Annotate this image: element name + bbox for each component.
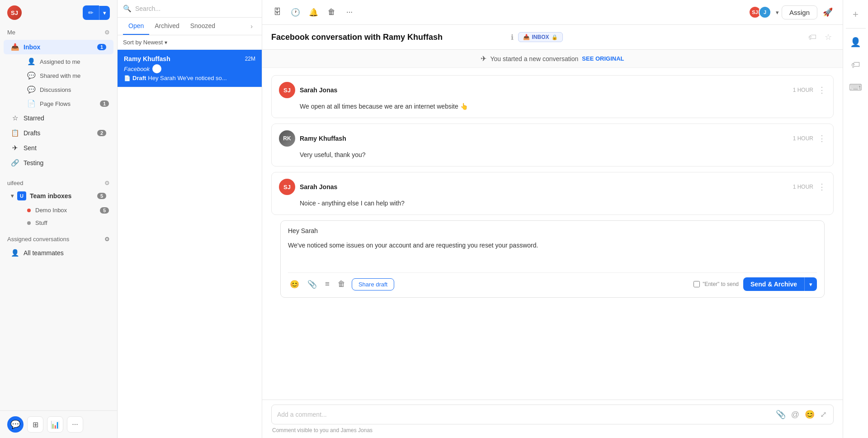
archive-toolbar-button[interactable]: 🗄 (269, 5, 285, 20)
emoji-button[interactable]: 😊 (288, 278, 301, 291)
chevron-down-icon: ▾ (11, 193, 14, 199)
inbox-badge: 📥 INBOX 🔒 (518, 32, 563, 42)
draft-delete-button[interactable]: 🗑 (336, 278, 347, 290)
compose-group: ✏ ▾ (83, 5, 110, 20)
bell-toolbar-button[interactable]: 🔔 (306, 5, 321, 20)
right-keyboard-button[interactable]: ⌨ (847, 78, 865, 96)
conversation-item[interactable]: Ramy Khuffash 22M Facebook 3 📄 Draft Hey… (118, 50, 262, 87)
comment-visibility-note: Comment visible to you and James Jonas (271, 427, 834, 433)
message-body: Noice - anything else I can help with? (279, 199, 826, 208)
teammates-icon: 👤 (11, 249, 19, 257)
assignee-dropdown-icon[interactable]: ▾ (776, 9, 779, 16)
sidebar-item-testing[interactable]: 🔗 Testing (4, 156, 113, 170)
pageflows-icon: 📄 (27, 100, 35, 108)
assigned-icon: 👤 (27, 57, 35, 66)
messages-spacer (271, 309, 834, 392)
signature-button[interactable]: ≡ (323, 278, 331, 290)
message-card: RK Ramy Khuffash 1 HOUR ⋮ Very useful, t… (271, 124, 834, 167)
left-sidebar: SJ ✏ ▾ Me ⚙ 📥 Inbox 1 👤 Assigned to me 💬 (0, 0, 118, 438)
comment-attachment-button[interactable]: 📎 (775, 409, 787, 420)
tab-archived[interactable]: Archived (149, 18, 184, 35)
comment-expand-button[interactable]: ⤢ (819, 409, 828, 420)
main-toolbar: 🗄 🕐 🔔 🗑 ··· SJ J ▾ Assign 🚀 (262, 0, 843, 25)
draft-greeting[interactable]: Hey Sarah (288, 227, 817, 234)
send-archive-chevron[interactable]: ▾ (804, 277, 817, 291)
inbox-subnav: 👤 Assigned to me 💬 Shared with me 💬 Disc… (0, 55, 117, 110)
right-sidebar: + 👤 🏷 ⌨ (843, 0, 868, 438)
right-label-button[interactable]: 🏷 (847, 56, 865, 74)
chat-icon[interactable]: 💬 (7, 416, 24, 433)
compose-icon: ✏ (88, 9, 94, 16)
delete-toolbar-button[interactable]: 🗑 (324, 5, 339, 20)
tag-button[interactable]: 🏷 (807, 31, 818, 44)
shared-icon: 💬 (27, 71, 35, 80)
sidebar-item-shared[interactable]: 💬 Shared with me (23, 69, 113, 82)
tabs-more-arrow[interactable]: › (247, 19, 256, 33)
assigned-conversations-section: Assigned conversations ⚙ (0, 233, 117, 245)
team-avatar: U (17, 191, 26, 200)
conversation-list: Ramy Khuffash 22M Facebook 3 📄 Draft Hey… (118, 50, 262, 438)
sidebar-item-demo-inbox[interactable]: Demo Inbox 5 (23, 204, 113, 216)
assigned-gear-icon[interactable]: ⚙ (104, 236, 110, 243)
draft-toolbar: 😊 📎 ≡ 🗑 Share draft "Enter" to send Send… (288, 272, 817, 291)
message-more-button[interactable]: ⋮ (818, 134, 826, 143)
sidebar-item-inbox[interactable]: 📥 Inbox 1 (4, 40, 113, 54)
attachment-button[interactable]: 📎 (306, 278, 319, 291)
more-footer-icon[interactable]: ··· (67, 416, 83, 433)
sidebar-item-discussions[interactable]: 💬 Discussions (23, 83, 113, 96)
chart-icon[interactable]: 📊 (47, 416, 63, 433)
team-inboxes-subnav: Demo Inbox 5 Stuff (0, 204, 117, 229)
message-body: We open at all times because we are an i… (279, 102, 826, 111)
comment-at-button[interactable]: @ (790, 409, 800, 420)
snooze-toolbar-button[interactable]: 🕐 (288, 5, 303, 20)
enter-send-checkbox[interactable] (693, 281, 700, 287)
message-more-button[interactable]: ⋮ (818, 183, 826, 191)
rocket-button[interactable]: 🚀 (820, 5, 835, 20)
star-button[interactable]: ☆ (823, 30, 834, 44)
message-body: Very useful, thank you? (279, 150, 826, 160)
search-icon: 🔍 (123, 5, 132, 13)
right-contact-button[interactable]: 👤 (847, 33, 865, 51)
see-original-link[interactable]: SEE ORIGINAL (582, 55, 624, 62)
tab-open[interactable]: Open (123, 18, 149, 35)
comment-input[interactable] (277, 411, 770, 418)
tab-snoozed[interactable]: Snoozed (185, 18, 221, 35)
stuff-dot (27, 221, 31, 225)
sidebar-item-stuff[interactable]: Stuff (23, 217, 113, 229)
right-add-button[interactable]: + (847, 5, 865, 24)
message-header: SJ Sarah Jonas 1 HOUR ⋮ (279, 179, 826, 195)
assign-button[interactable]: Assign (782, 5, 817, 19)
conversation-title: Facebook conversation with Ramy Khuffash (271, 33, 506, 42)
share-draft-button[interactable]: Share draft (352, 278, 394, 290)
user-avatar[interactable]: SJ (7, 5, 22, 20)
info-icon[interactable]: ℹ (511, 33, 514, 42)
more-toolbar-button[interactable]: ··· (342, 5, 357, 20)
sidebar-item-sent[interactable]: ✈ Sent (4, 141, 113, 155)
right-sidebar-divider (846, 28, 866, 29)
uifeed-section-label: uifeed ⚙ (0, 176, 117, 188)
me-gear-icon[interactable]: ⚙ (104, 29, 110, 36)
sidebar-item-drafts[interactable]: 📋 Drafts 2 (4, 126, 113, 140)
sidebar-item-pageflows[interactable]: 📄 Page Flows 1 (23, 97, 113, 110)
team-inboxes-header[interactable]: ▾ U Team inboxes 5 (4, 189, 113, 203)
me-nav-group: 📥 Inbox 1 👤 Assigned to me 💬 Shared with… (0, 39, 117, 171)
sort-row[interactable]: Sort by Newest ▾ (118, 35, 262, 50)
sidebar-item-all-teammates[interactable]: 👤 All teammates (4, 246, 113, 260)
sidebar-item-starred[interactable]: ☆ Starred (4, 111, 113, 125)
sidebar-item-assigned[interactable]: 👤 Assigned to me (23, 55, 113, 68)
star-nav-icon: ☆ (11, 114, 19, 122)
draft-body[interactable]: We've noticed some issues on your accoun… (288, 241, 817, 268)
message-header: RK Ramy Khuffash 1 HOUR ⋮ (279, 130, 826, 147)
inbox-icon: 📥 (11, 43, 19, 51)
comment-emoji-button[interactable]: 😊 (804, 409, 816, 420)
compose-dropdown-button[interactable]: ▾ (99, 6, 110, 20)
uifeed-gear-icon[interactable]: ⚙ (104, 180, 110, 186)
search-input[interactable] (135, 5, 256, 12)
grid-icon[interactable]: ⊞ (27, 416, 43, 433)
send-archive-group: Send & Archive ▾ (743, 277, 817, 291)
compose-button[interactable]: ✏ (83, 5, 99, 20)
chevron-down-icon: ▾ (103, 10, 106, 16)
send-archive-button[interactable]: Send & Archive (743, 277, 804, 291)
inbox-icon-small: 📥 (523, 34, 530, 40)
message-more-button[interactable]: ⋮ (818, 86, 826, 94)
